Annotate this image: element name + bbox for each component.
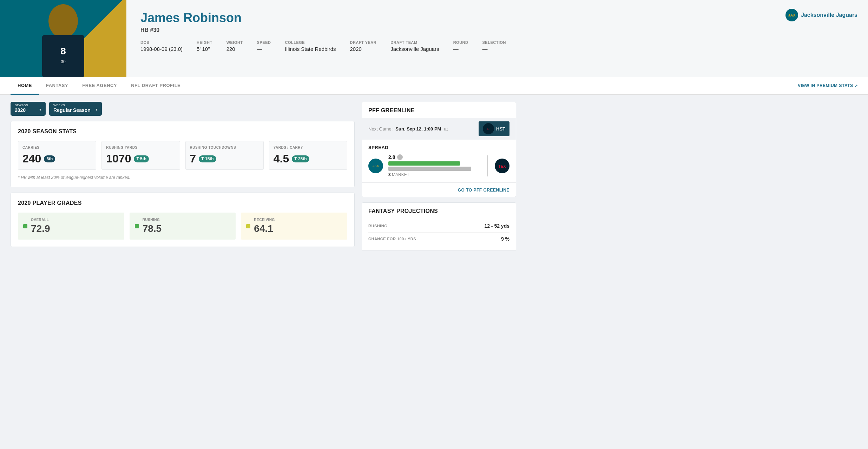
draft-team-stat: DRAFT TEAM Jacksonville Jaguars [390,40,439,52]
main-content: SEASON 2020 ▼ WEEKS Regular Season ▼ 202… [0,95,527,258]
rushing-td-stat-box: RUSHING TOUCHDOWNS 7 T-15th [185,141,264,170]
overall-grade-dot [23,224,27,228]
texans-logo: H [483,123,494,134]
fantasy-title: FANTASY PROJECTIONS [368,208,509,214]
rushing-yards-rank: T-5th [134,155,149,162]
spread-gray-bar [388,167,471,171]
yards-carry-stat-box: YARDS / CARRY 4.5 T-25th [269,141,347,170]
dob-stat: DOB 1998-08-09 (23.0) [140,40,183,52]
player-bio-stats: DOB 1998-08-09 (23.0) HEIGHT 5' 10" WEIG… [140,40,857,52]
round-stat: ROUND — [453,40,468,52]
stat-note: * HB with at least 20% of league-highest… [18,175,347,180]
player-grades-card: 2020 PLAYER GRADES OVERALL 72.9 RUSHING … [11,193,355,247]
external-link-icon: ↗ [855,84,858,88]
rushing-projection-row: RUSHING 12 - 52 yds [368,220,509,233]
grades-grid: OVERALL 72.9 RUSHING 78.5 RECEIVING 64 [18,213,347,240]
greenline-link[interactable]: GO TO PFF GREENLINE [458,188,509,193]
svg-text:H: H [487,128,489,131]
player-position-number: HB #30 [140,27,857,33]
greenline-footer: GO TO PFF GREENLINE [362,182,516,197]
rushing-grade-info: RUSHING 78.5 [143,218,162,234]
spread-visual: JAX 2.8 3 MARKET [368,154,509,177]
speed-stat: SPEED — [257,40,271,52]
yards-carry-value: 4.5 T-25th [274,152,343,165]
chance-100-yards-row: CHANCE FOR 100+ YDS 9 % [368,233,509,245]
overall-grade-info: OVERALL 72.9 [31,218,50,234]
season-dropdown-arrow: ▼ [39,108,42,112]
season-dropdown[interactable]: SEASON 2020 ▼ [11,102,46,116]
height-stat: HEIGHT 5' 10" [197,40,212,52]
svg-point-0 [48,4,78,38]
tab-home[interactable]: HOME [11,77,39,95]
carries-rank: 6th [44,155,55,162]
rushing-yards-value: 1070 T-5th [106,152,175,165]
carries-stat-box: CARRIES 240 6th [18,141,96,170]
rushing-grade-box: RUSHING 78.5 [130,213,236,240]
draft-year-stat: DRAFT YEAR 2020 [350,40,377,52]
rushing-grade-dot [135,224,139,228]
svg-text:8: 8 [60,46,66,56]
season-stats-card: 2020 SEASON STATS CARRIES 240 6th RUSHIN… [11,121,355,187]
tab-fantasy[interactable]: FANTASY [39,77,75,95]
spread-green-bar [388,161,460,166]
stats-grid: CARRIES 240 6th RUSHING YARDS 1070 T-5th… [18,141,347,170]
opponent-badge: H HST [479,121,509,136]
jaguars-spread-logo: JAX [368,159,383,173]
selection-stat: SELECTION — [482,40,506,52]
receiving-grade-box: RECEIVING 64.1 [241,213,347,240]
pff-spread-value: 2.8 [388,154,480,160]
rushing-td-value: 7 T-15th [190,152,259,165]
svg-text:30: 30 [61,59,66,64]
college-stat: COLLEGE Illinois State Redbirds [285,40,336,52]
rushing-td-rank: T-15th [199,155,216,162]
right-column: PFF GREENLINE Next Game: Sun, Sep 12, 1:… [362,102,516,251]
greenline-card: PFF GREENLINE Next Game: Sun, Sep 12, 1:… [362,102,516,197]
texans-spread-logo: TEX [495,159,509,173]
rushing-yards-stat-box: RUSHING YARDS 1070 T-5th [101,141,180,170]
navigation-tabs: HOME FANTASY FREE AGENCY NFL DRAFT PROFI… [0,77,868,95]
spread-section: SPREAD JAX 2.8 3 MARKET [362,145,516,182]
greenline-title: PFF GREENLINE [362,102,516,118]
next-game-bar: Next Game: Sun, Sep 12, 1:00 PM at H HST [362,118,516,140]
left-column: SEASON 2020 ▼ WEEKS Regular Season ▼ 202… [11,102,355,251]
svg-text:TEX: TEX [498,164,506,168]
team-badge[interactable]: JAX Jacksonville Jaguars [785,9,857,21]
weeks-dropdown[interactable]: WEEKS Regular Season ▼ [49,102,102,116]
carries-value: 240 6th [22,152,92,165]
player-name: James Robinson [140,11,857,25]
weight-stat: WEIGHT 220 [226,40,243,52]
yards-carry-rank: T-25th [292,155,309,162]
overall-grade-box: OVERALL 72.9 [18,213,124,240]
player-grades-title: 2020 PLAYER GRADES [18,200,347,206]
season-stats-title: 2020 SEASON STATS [18,128,347,135]
player-header: 8 30 James Robinson HB #30 DOB 1998-08-0… [0,0,868,77]
receiving-grade-info: RECEIVING 64.1 [254,218,275,234]
spread-bars: 2.8 3 MARKET [388,154,480,177]
player-info: James Robinson HB #30 DOB 1998-08-09 (23… [126,0,868,77]
pff-icon [397,154,403,160]
weeks-dropdown-arrow: ▼ [95,108,98,112]
fantasy-projections-card: FANTASY PROJECTIONS RUSHING 12 - 52 yds … [362,202,516,251]
receiving-grade-dot [246,224,250,228]
filters-row: SEASON 2020 ▼ WEEKS Regular Season ▼ [11,102,355,116]
tab-free-agency[interactable]: FREE AGENCY [75,77,124,95]
jaguars-logo: JAX [785,9,798,21]
player-photo-area: 8 30 [0,0,126,77]
bar-divider [487,155,488,176]
tab-nfl-draft[interactable]: NFL DRAFT PROFILE [124,77,188,95]
market-label: 3 MARKET [388,172,480,177]
premium-stats-link[interactable]: VIEW IN PREMIUM STATS ↗ [798,83,857,88]
